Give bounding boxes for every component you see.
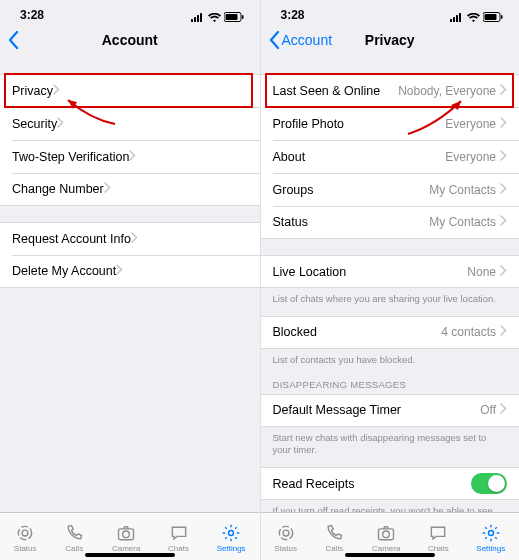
tab-label: Camera <box>372 544 400 553</box>
row-label: Two-Step Verification <box>12 150 129 164</box>
tab-bar: Status Calls Camera Chats Settings <box>0 512 260 560</box>
row-label: Blocked <box>273 325 317 339</box>
row-label: Live Location <box>273 265 347 279</box>
svg-rect-3 <box>200 13 202 22</box>
content: Privacy Security Two-Step Verification C… <box>0 58 260 512</box>
status-bar: 3:28 <box>0 0 260 22</box>
svg-rect-17 <box>485 14 497 20</box>
row-status[interactable]: StatusMy Contacts <box>261 206 520 239</box>
tab-bar: Status Calls Camera Chats Settings <box>261 512 520 560</box>
chevron-right-icon <box>500 150 507 164</box>
tab-chats[interactable]: Chats <box>168 523 189 553</box>
tab-calls[interactable]: Calls <box>324 523 344 553</box>
row-profile-photo[interactable]: Profile PhotoEveryone <box>261 107 520 140</box>
svg-point-20 <box>283 530 289 536</box>
chevron-right-icon <box>500 183 507 197</box>
tab-status[interactable]: Status <box>14 523 37 553</box>
chevron-right-icon <box>129 150 136 164</box>
row-label: Privacy <box>12 84 53 98</box>
tab-settings[interactable]: Settings <box>217 523 246 553</box>
status-time: 3:28 <box>20 8 44 22</box>
row-label: Groups <box>273 183 314 197</box>
nav-bar: Account <box>0 22 260 58</box>
tab-label: Calls <box>65 544 83 553</box>
tab-chats[interactable]: Chats <box>428 523 449 553</box>
row-value: 4 contacts <box>441 325 496 339</box>
row-privacy[interactable]: Privacy <box>0 74 260 107</box>
chevron-right-icon <box>500 265 507 279</box>
footer-text: List of chats where you are sharing your… <box>261 288 520 306</box>
tab-camera[interactable]: Camera <box>372 523 400 553</box>
home-indicator <box>85 553 175 557</box>
home-indicator <box>345 553 435 557</box>
status-bar: 3:28 <box>261 0 520 22</box>
svg-rect-1 <box>194 17 196 22</box>
row-value: Off <box>480 403 496 417</box>
status-icons <box>191 12 244 22</box>
row-label: Change Number <box>12 182 104 196</box>
chevron-right-icon <box>500 403 507 417</box>
svg-rect-6 <box>242 15 244 19</box>
chevron-right-icon <box>500 117 507 131</box>
account-screen: 3:28 Account Privacy Security Two-Step V… <box>0 0 260 560</box>
chevron-right-icon <box>500 84 507 98</box>
content: Last Seen & OnlineNobody, Everyone Profi… <box>261 58 520 512</box>
tab-label: Chats <box>168 544 189 553</box>
svg-point-10 <box>123 530 130 537</box>
row-security[interactable]: Security <box>0 107 260 140</box>
row-about[interactable]: AboutEveryone <box>261 140 520 173</box>
tab-label: Status <box>14 544 37 553</box>
row-blocked[interactable]: Blocked4 contacts <box>261 316 520 349</box>
chevron-right-icon <box>53 84 60 98</box>
row-label: Status <box>273 215 308 229</box>
row-delete-account[interactable]: Delete My Account <box>0 255 260 288</box>
svg-rect-5 <box>225 14 237 20</box>
status-time: 3:28 <box>281 8 305 22</box>
row-value: My Contacts <box>429 215 496 229</box>
tab-status[interactable]: Status <box>274 523 297 553</box>
row-default-timer[interactable]: Default Message TimerOff <box>261 394 520 427</box>
row-last-seen[interactable]: Last Seen & OnlineNobody, Everyone <box>261 74 520 107</box>
svg-rect-13 <box>453 17 455 22</box>
status-icons <box>450 12 503 22</box>
privacy-screen: 3:28 Account Privacy Last Seen & OnlineN… <box>260 0 520 560</box>
svg-rect-2 <box>197 15 199 22</box>
tab-label: Status <box>274 544 297 553</box>
row-request-info[interactable]: Request Account Info <box>0 222 260 255</box>
footer-text: List of contacts you have blocked. <box>261 349 520 367</box>
row-two-step[interactable]: Two-Step Verification <box>0 140 260 173</box>
row-label: Profile Photo <box>273 117 345 131</box>
tab-settings[interactable]: Settings <box>476 523 505 553</box>
back-button[interactable]: Account <box>269 31 333 49</box>
row-label: Security <box>12 117 57 131</box>
read-receipts-toggle[interactable] <box>471 473 507 494</box>
tab-label: Settings <box>476 544 505 553</box>
tab-camera[interactable]: Camera <box>112 523 140 553</box>
row-value: Everyone <box>445 150 496 164</box>
row-label: Delete My Account <box>12 264 116 278</box>
section-header: DISAPPEARING MESSAGES <box>261 367 520 394</box>
chevron-right-icon <box>104 182 111 196</box>
tab-calls[interactable]: Calls <box>64 523 84 553</box>
row-read-receipts: Read Receipts <box>261 467 520 500</box>
row-groups[interactable]: GroupsMy Contacts <box>261 173 520 206</box>
svg-point-11 <box>229 530 234 535</box>
row-live-location[interactable]: Live LocationNone <box>261 255 520 288</box>
tab-label: Chats <box>428 544 449 553</box>
chevron-right-icon <box>500 325 507 339</box>
back-button[interactable] <box>8 31 21 49</box>
svg-point-8 <box>22 530 28 536</box>
row-value: My Contacts <box>429 183 496 197</box>
row-label: Request Account Info <box>12 232 131 246</box>
svg-rect-14 <box>456 15 458 22</box>
row-label: Read Receipts <box>273 477 355 491</box>
nav-bar: Account Privacy <box>261 22 520 58</box>
row-value: Nobody, Everyone <box>398 84 496 98</box>
svg-point-19 <box>279 526 292 539</box>
chevron-right-icon <box>116 264 123 278</box>
row-label: Default Message Timer <box>273 403 402 417</box>
chevron-right-icon <box>500 215 507 229</box>
svg-rect-15 <box>459 13 461 22</box>
footer-text: Start new chats with disappearing messag… <box>261 427 520 458</box>
row-change-number[interactable]: Change Number <box>0 173 260 206</box>
